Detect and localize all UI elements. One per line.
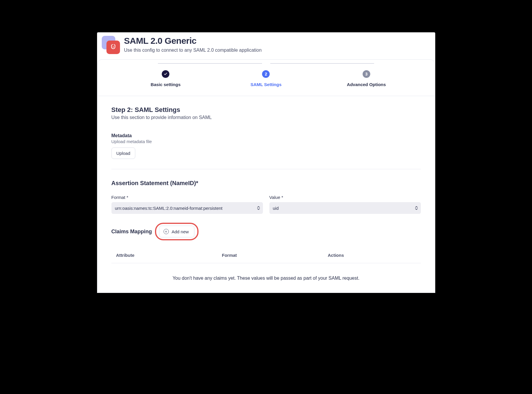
plus-circle-icon: + (164, 229, 169, 234)
check-icon (162, 70, 169, 78)
step-subheading: Use this section to provide information … (111, 115, 421, 120)
add-new-label: Add new (172, 229, 189, 234)
claims-empty-message: You don't have any claims yet. These val… (111, 263, 421, 287)
add-new-highlight: + Add new (159, 226, 194, 237)
assertion-title: Assertion Statement (NameID)* (111, 180, 421, 187)
format-select-value: urn:oasis:names:tc:SAML:2.0:nameid-forma… (115, 206, 223, 211)
format-label: Format * (111, 195, 263, 200)
upload-button-label: Upload (116, 151, 131, 156)
stepper: Basic settings 2 SAML Settings 3 Advance… (98, 60, 434, 96)
chevron-updown-icon (257, 206, 260, 210)
step-saml-settings[interactable]: 2 SAML Settings (216, 70, 316, 87)
metadata-section: Metadata Upload metadata file Upload (111, 133, 421, 159)
claims-table-header: Attribute Format Actions (111, 237, 421, 263)
format-field: Format * urn:oasis:names:tc:SAML:2.0:nam… (111, 195, 263, 214)
svg-point-0 (113, 46, 114, 48)
value-select-value: uid (273, 206, 279, 211)
format-select[interactable]: urn:oasis:names:tc:SAML:2.0:nameid-forma… (111, 202, 263, 214)
value-select[interactable]: uid (269, 202, 421, 214)
step-number-icon: 2 (262, 70, 270, 78)
metadata-subtitle: Upload metadata file (111, 139, 421, 144)
step-advanced-options[interactable]: 3 Advanced Options (316, 70, 416, 87)
step-label: SAML Settings (251, 82, 282, 87)
step-label: Basic settings (151, 82, 181, 87)
claims-header-row: Claims Mapping + Add new (111, 226, 421, 237)
value-field: Value * uid (269, 195, 421, 214)
step-heading: Step 2: SAML Settings (111, 106, 421, 114)
main-card: Basic settings 2 SAML Settings 3 Advance… (98, 59, 435, 293)
header-text: SAML 2.0 Generic Use this config to conn… (124, 36, 262, 53)
app-logo (102, 36, 119, 53)
upload-button[interactable]: Upload (111, 147, 136, 159)
chevron-updown-icon (415, 206, 418, 210)
logo-front-tile (106, 41, 120, 54)
step-basic-settings[interactable]: Basic settings (116, 70, 216, 87)
step-number-icon: 3 (363, 70, 370, 78)
page: SAML 2.0 Generic Use this config to conn… (97, 32, 435, 293)
content: Step 2: SAML Settings Use this section t… (98, 96, 434, 293)
add-new-button[interactable]: + Add new (159, 226, 194, 237)
page-title: SAML 2.0 Generic (124, 36, 262, 46)
connector-icon (110, 44, 117, 51)
step-label: Advanced Options (347, 82, 386, 87)
stepper-line (158, 63, 262, 64)
value-label: Value * (269, 195, 421, 200)
assertion-row: Format * urn:oasis:names:tc:SAML:2.0:nam… (111, 195, 421, 214)
claims-title: Claims Mapping (111, 229, 152, 235)
metadata-title: Metadata (111, 133, 421, 138)
col-actions: Actions (328, 253, 416, 258)
col-attribute: Attribute (116, 253, 222, 258)
stepper-line (270, 63, 374, 64)
divider (111, 169, 421, 169)
page-header: SAML 2.0 Generic Use this config to conn… (97, 32, 435, 59)
page-subtitle: Use this config to connect to any SAML 2… (124, 48, 262, 53)
col-format: Format (222, 253, 328, 258)
